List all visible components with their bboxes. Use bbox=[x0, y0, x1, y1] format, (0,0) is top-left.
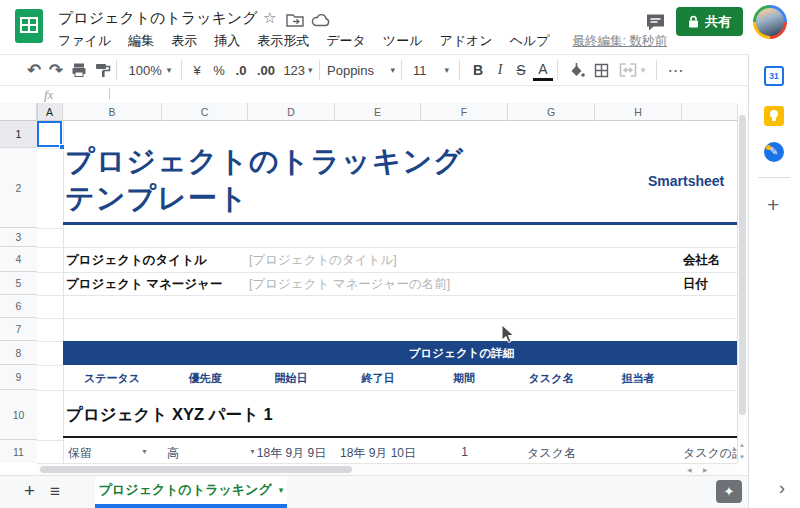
tasks-icon[interactable]: ✎ bbox=[764, 142, 784, 162]
borders-button[interactable] bbox=[590, 55, 612, 85]
document-status-cloud-icon[interactable] bbox=[311, 13, 331, 31]
number-format-button[interactable]: 123 ▾ bbox=[281, 55, 315, 85]
row-header-11[interactable]: 11 bbox=[0, 440, 37, 463]
decrease-decimal-button[interactable]: .0 bbox=[231, 55, 251, 85]
date-label[interactable]: 日付 bbox=[683, 276, 708, 293]
formula-input[interactable] bbox=[112, 86, 732, 102]
scroll-right-icon[interactable]: ▶ bbox=[703, 466, 708, 473]
row-header-3[interactable]: 3 bbox=[0, 228, 37, 247]
format-percent-button[interactable]: % bbox=[210, 55, 228, 85]
scroll-down-icon[interactable]: ▼ bbox=[739, 454, 745, 460]
fill-color-button[interactable] bbox=[565, 55, 587, 85]
increase-decimal-button[interactable]: .00 bbox=[254, 55, 278, 85]
sheet-canvas[interactable]: プロジェクトのトラッキング テンプレート Smartsheet プロジェクトのタ… bbox=[37, 121, 737, 463]
menu-data[interactable]: データ bbox=[326, 30, 366, 52]
move-to-folder-icon[interactable] bbox=[286, 13, 304, 31]
menu-view[interactable]: 表示 bbox=[171, 30, 197, 52]
sheet-big-title-line2[interactable]: テンプレート bbox=[65, 179, 248, 219]
row-header-7[interactable]: 7 bbox=[0, 318, 37, 341]
undo-button[interactable]: ↶ bbox=[24, 55, 44, 85]
keep-icon[interactable] bbox=[764, 106, 784, 126]
cell-duration[interactable]: 1 bbox=[421, 445, 508, 459]
toolbar-more-button[interactable]: ⋯ bbox=[664, 55, 688, 85]
row-header-4[interactable]: 4 bbox=[0, 247, 37, 272]
cell-status[interactable]: 保留 bbox=[68, 445, 92, 462]
column-header-H[interactable]: H bbox=[595, 103, 682, 121]
column-header-A[interactable]: A bbox=[37, 103, 63, 121]
row-header-8[interactable]: 8 bbox=[0, 341, 37, 365]
sheets-logo-icon[interactable] bbox=[15, 9, 43, 47]
column-header-G[interactable]: G bbox=[508, 103, 595, 121]
comment-icon[interactable] bbox=[645, 13, 666, 36]
star-icon[interactable]: ☆ bbox=[263, 9, 276, 27]
col-label-assignee[interactable]: 担当者 bbox=[593, 371, 683, 386]
row-header-9[interactable]: 9 bbox=[0, 365, 37, 390]
bold-button[interactable]: B bbox=[468, 55, 488, 85]
menu-insert[interactable]: 挿入 bbox=[214, 30, 240, 52]
row-header-2[interactable]: 2 bbox=[0, 148, 37, 228]
explore-button[interactable]: ✦ bbox=[716, 480, 742, 503]
column-header-B[interactable]: B bbox=[63, 103, 162, 121]
avatar[interactable] bbox=[753, 5, 787, 39]
document-title[interactable]: プロジェクトのトラッキング bbox=[58, 9, 258, 28]
menu-help[interactable]: ヘルプ bbox=[510, 30, 550, 52]
cell-start-date[interactable]: 18年 9月 9日 bbox=[248, 445, 335, 462]
col-label-status[interactable]: ステータス bbox=[67, 371, 157, 386]
project-title-placeholder[interactable]: [プロジェクトのタイトル] bbox=[249, 252, 397, 269]
font-size-control[interactable]: 11 ▾ bbox=[409, 55, 453, 85]
add-sheet-button[interactable]: + bbox=[24, 480, 35, 502]
column-header-partial[interactable] bbox=[682, 103, 737, 121]
redo-button[interactable]: ↷ bbox=[46, 55, 66, 85]
cell-priority[interactable]: 高 bbox=[167, 445, 179, 462]
project-manager-placeholder[interactable]: [プロジェクト マネージャーの名前] bbox=[249, 276, 450, 293]
row-header-5[interactable]: 5 bbox=[0, 272, 37, 295]
menu-format[interactable]: 表示形式 bbox=[257, 30, 309, 52]
column-header-C[interactable]: C bbox=[162, 103, 248, 121]
menu-addons[interactable]: アドオン bbox=[439, 30, 492, 52]
print-button[interactable] bbox=[69, 55, 89, 85]
column-header-F[interactable]: F bbox=[421, 103, 508, 121]
format-currency-button[interactable]: ¥ bbox=[188, 55, 206, 85]
cell-task-name[interactable]: タスク名 bbox=[508, 445, 595, 462]
grid-corner[interactable] bbox=[0, 103, 37, 121]
scroll-up-icon[interactable]: ▲ bbox=[739, 442, 745, 448]
all-sheets-button[interactable]: ≡ bbox=[50, 482, 60, 502]
column-header-E[interactable]: E bbox=[335, 103, 421, 121]
paint-format-button[interactable] bbox=[93, 55, 113, 85]
sheet-big-title-line1[interactable]: プロジェクトのトラッキング bbox=[65, 142, 464, 182]
collapse-panel-chevron[interactable]: › bbox=[779, 478, 785, 499]
vertical-scrollbar-thumb[interactable] bbox=[739, 115, 746, 415]
col-label-end[interactable]: 終了日 bbox=[333, 371, 423, 386]
row-header-1[interactable]: 1 bbox=[0, 121, 37, 148]
scroll-left-icon[interactable]: ◀ bbox=[687, 466, 692, 473]
menu-file[interactable]: ファイル bbox=[58, 30, 111, 52]
cell-dropdown-icon[interactable]: ▼ bbox=[141, 448, 148, 455]
row-header-10[interactable]: 10 bbox=[0, 390, 37, 440]
company-name-label[interactable]: 会社名 bbox=[683, 252, 721, 269]
row-header-6[interactable]: 6 bbox=[0, 295, 37, 318]
column-header-D[interactable]: D bbox=[248, 103, 335, 121]
strikethrough-button[interactable]: S bbox=[511, 55, 531, 85]
active-sheet-tab[interactable]: プロジェクトのトラッキング ▾ bbox=[95, 476, 287, 504]
cell-task-details[interactable]: タスクの詳細 bbox=[683, 445, 737, 462]
horizontal-scrollbar-thumb[interactable] bbox=[40, 466, 352, 473]
section-title[interactable]: プロジェクト XYZ パート 1 bbox=[66, 404, 273, 426]
menu-edit[interactable]: 編集 bbox=[128, 30, 154, 52]
get-addons-button[interactable]: + bbox=[767, 193, 779, 217]
project-manager-label[interactable]: プロジェクト マネージャー bbox=[66, 276, 222, 293]
project-title-label[interactable]: プロジェクトのタイトル bbox=[66, 252, 207, 269]
col-label-priority[interactable]: 優先度 bbox=[160, 371, 250, 386]
zoom-control[interactable]: 100% ▾ bbox=[124, 55, 176, 85]
col-label-duration[interactable]: 期間 bbox=[419, 371, 509, 386]
menu-tools[interactable]: ツール bbox=[383, 30, 423, 52]
font-name-control[interactable]: Poppins ▾ bbox=[327, 55, 395, 85]
cell-end-date[interactable]: 18年 9月 10日 bbox=[335, 445, 421, 462]
brand-label[interactable]: Smartsheet bbox=[648, 173, 724, 189]
active-tab-indicator bbox=[95, 504, 287, 508]
col-label-start[interactable]: 開始日 bbox=[246, 371, 336, 386]
col-label-task[interactable]: タスク名 bbox=[506, 371, 596, 386]
italic-button[interactable]: I bbox=[490, 55, 510, 85]
share-button[interactable]: 共有 bbox=[676, 7, 743, 36]
text-color-button[interactable]: A bbox=[533, 59, 553, 81]
calendar-icon[interactable]: 31 bbox=[764, 66, 784, 86]
